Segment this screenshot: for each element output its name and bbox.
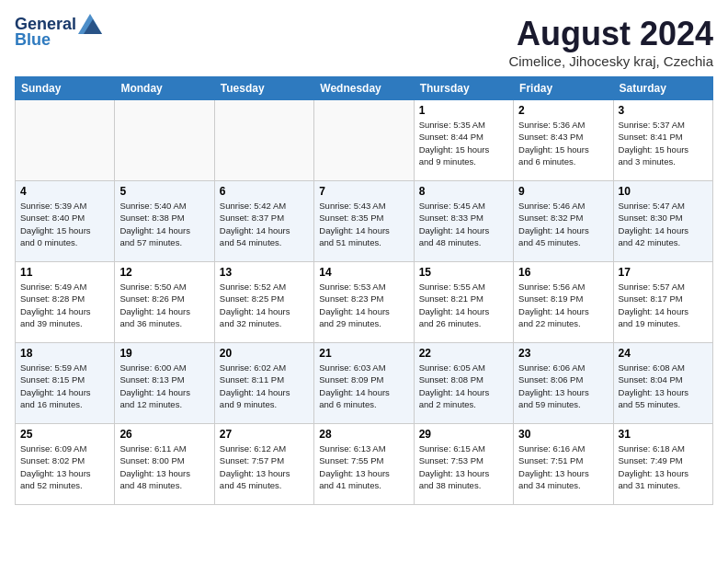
day-info: Sunrise: 6:06 AMSunset: 8:06 PMDaylight:… [518, 362, 608, 410]
calendar-cell: 22Sunrise: 6:05 AMSunset: 8:08 PMDayligh… [414, 343, 513, 424]
day-info: Sunrise: 6:16 AMSunset: 7:51 PMDaylight:… [518, 442, 608, 491]
calendar-cell: 28Sunrise: 6:13 AMSunset: 7:55 PMDayligh… [314, 424, 414, 505]
calendar-cell: 9Sunrise: 5:46 AMSunset: 8:32 PMDaylight… [514, 181, 613, 262]
calendar-cell: 24Sunrise: 6:08 AMSunset: 8:04 PMDayligh… [613, 343, 712, 424]
day-info: Sunrise: 5:49 AMSunset: 8:28 PMDaylight:… [20, 281, 109, 329]
title-area: August 2024 Cimelice, Jihocesky kraj, Cz… [508, 15, 713, 69]
day-number: 7 [319, 185, 408, 198]
logo-icon [78, 14, 102, 34]
day-number: 25 [20, 428, 109, 441]
day-info: Sunrise: 6:18 AMSunset: 7:49 PMDaylight:… [619, 442, 708, 491]
day-number: 15 [419, 266, 508, 279]
calendar-cell [115, 100, 214, 181]
day-info: Sunrise: 6:15 AMSunset: 7:53 PMDaylight:… [419, 442, 508, 491]
day-number: 26 [119, 428, 209, 441]
day-number: 22 [419, 347, 508, 360]
day-info: Sunrise: 6:05 AMSunset: 8:08 PMDaylight:… [419, 362, 508, 410]
calendar-cell: 13Sunrise: 5:52 AMSunset: 8:25 PMDayligh… [214, 262, 313, 343]
month-title: August 2024 [508, 15, 713, 53]
day-number: 1 [419, 104, 508, 117]
day-number: 11 [20, 266, 109, 279]
calendar-cell: 10Sunrise: 5:47 AMSunset: 8:30 PMDayligh… [613, 181, 712, 262]
weekday-header-sunday: Sunday [16, 77, 115, 100]
calendar-cell: 12Sunrise: 5:50 AMSunset: 8:26 PMDayligh… [115, 262, 214, 343]
calendar-cell: 17Sunrise: 5:57 AMSunset: 8:17 PMDayligh… [613, 262, 712, 343]
day-info: Sunrise: 5:50 AMSunset: 8:26 PMDaylight:… [119, 281, 209, 329]
weekday-header-friday: Friday [514, 77, 613, 100]
calendar-cell: 6Sunrise: 5:42 AMSunset: 8:37 PMDaylight… [214, 181, 313, 262]
day-number: 31 [619, 428, 708, 441]
calendar-cell: 3Sunrise: 5:37 AMSunset: 8:41 PMDaylight… [613, 100, 712, 181]
day-number: 3 [619, 104, 708, 117]
day-info: Sunrise: 5:39 AMSunset: 8:40 PMDaylight:… [20, 200, 109, 248]
calendar-cell: 16Sunrise: 5:56 AMSunset: 8:19 PMDayligh… [514, 262, 613, 343]
day-info: Sunrise: 5:59 AMSunset: 8:15 PMDaylight:… [20, 362, 109, 410]
calendar-week-1: 1Sunrise: 5:35 AMSunset: 8:44 PMDaylight… [16, 100, 713, 181]
calendar-cell: 1Sunrise: 5:35 AMSunset: 8:44 PMDaylight… [414, 100, 513, 181]
calendar: SundayMondayTuesdayWednesdayThursdayFrid… [15, 76, 713, 505]
day-number: 13 [220, 266, 309, 279]
calendar-cell: 30Sunrise: 6:16 AMSunset: 7:51 PMDayligh… [514, 424, 613, 505]
calendar-cell: 8Sunrise: 5:45 AMSunset: 8:33 PMDaylight… [414, 181, 513, 262]
day-number: 14 [319, 266, 408, 279]
calendar-cell [214, 100, 313, 181]
day-info: Sunrise: 5:55 AMSunset: 8:21 PMDaylight:… [419, 281, 508, 329]
day-number: 5 [119, 185, 209, 198]
logo-blue-text: Blue [15, 30, 51, 50]
weekday-header-tuesday: Tuesday [214, 77, 313, 100]
calendar-cell: 2Sunrise: 5:36 AMSunset: 8:43 PMDaylight… [514, 100, 613, 181]
day-info: Sunrise: 6:02 AMSunset: 8:11 PMDaylight:… [220, 362, 309, 410]
weekday-header-thursday: Thursday [414, 77, 513, 100]
calendar-cell: 15Sunrise: 5:55 AMSunset: 8:21 PMDayligh… [414, 262, 513, 343]
day-info: Sunrise: 5:56 AMSunset: 8:19 PMDaylight:… [518, 281, 608, 329]
calendar-cell [314, 100, 414, 181]
day-info: Sunrise: 5:45 AMSunset: 8:33 PMDaylight:… [419, 200, 508, 248]
calendar-cell: 14Sunrise: 5:53 AMSunset: 8:23 PMDayligh… [314, 262, 414, 343]
calendar-cell: 31Sunrise: 6:18 AMSunset: 7:49 PMDayligh… [613, 424, 712, 505]
calendar-week-4: 18Sunrise: 5:59 AMSunset: 8:15 PMDayligh… [16, 343, 713, 424]
day-info: Sunrise: 6:08 AMSunset: 8:04 PMDaylight:… [619, 362, 708, 410]
day-number: 10 [619, 185, 708, 198]
day-number: 18 [20, 347, 109, 360]
day-info: Sunrise: 6:09 AMSunset: 8:02 PMDaylight:… [20, 442, 109, 491]
calendar-cell: 29Sunrise: 6:15 AMSunset: 7:53 PMDayligh… [414, 424, 513, 505]
day-info: Sunrise: 5:57 AMSunset: 8:17 PMDaylight:… [619, 281, 708, 329]
day-number: 16 [518, 266, 608, 279]
day-info: Sunrise: 5:40 AMSunset: 8:38 PMDaylight:… [119, 200, 209, 248]
day-info: Sunrise: 6:03 AMSunset: 8:09 PMDaylight:… [319, 362, 408, 410]
calendar-cell: 7Sunrise: 5:43 AMSunset: 8:35 PMDaylight… [314, 181, 414, 262]
calendar-cell: 18Sunrise: 5:59 AMSunset: 8:15 PMDayligh… [16, 343, 115, 424]
day-number: 27 [220, 428, 309, 441]
calendar-cell: 25Sunrise: 6:09 AMSunset: 8:02 PMDayligh… [16, 424, 115, 505]
day-info: Sunrise: 5:37 AMSunset: 8:41 PMDaylight:… [619, 119, 708, 167]
day-number: 6 [220, 185, 309, 198]
calendar-header-row: SundayMondayTuesdayWednesdayThursdayFrid… [16, 77, 713, 100]
day-info: Sunrise: 5:46 AMSunset: 8:32 PMDaylight:… [518, 200, 608, 248]
calendar-cell: 23Sunrise: 6:06 AMSunset: 8:06 PMDayligh… [514, 343, 613, 424]
calendar-week-3: 11Sunrise: 5:49 AMSunset: 8:28 PMDayligh… [16, 262, 713, 343]
day-number: 12 [119, 266, 209, 279]
calendar-week-5: 25Sunrise: 6:09 AMSunset: 8:02 PMDayligh… [16, 424, 713, 505]
calendar-cell: 26Sunrise: 6:11 AMSunset: 8:00 PMDayligh… [115, 424, 214, 505]
calendar-cell: 4Sunrise: 5:39 AMSunset: 8:40 PMDaylight… [16, 181, 115, 262]
day-info: Sunrise: 5:47 AMSunset: 8:30 PMDaylight:… [619, 200, 708, 248]
calendar-cell [16, 100, 115, 181]
calendar-cell: 11Sunrise: 5:49 AMSunset: 8:28 PMDayligh… [16, 262, 115, 343]
day-info: Sunrise: 6:00 AMSunset: 8:13 PMDaylight:… [119, 362, 209, 410]
calendar-cell: 5Sunrise: 5:40 AMSunset: 8:38 PMDaylight… [115, 181, 214, 262]
day-number: 29 [419, 428, 508, 441]
day-info: Sunrise: 5:36 AMSunset: 8:43 PMDaylight:… [518, 119, 608, 167]
day-info: Sunrise: 5:53 AMSunset: 8:23 PMDaylight:… [319, 281, 408, 329]
calendar-cell: 19Sunrise: 6:00 AMSunset: 8:13 PMDayligh… [115, 343, 214, 424]
weekday-header-saturday: Saturday [613, 77, 712, 100]
day-info: Sunrise: 5:35 AMSunset: 8:44 PMDaylight:… [419, 119, 508, 167]
header: General Blue August 2024 Cimelice, Jihoc… [15, 15, 713, 69]
day-info: Sunrise: 6:13 AMSunset: 7:55 PMDaylight:… [319, 442, 408, 491]
day-info: Sunrise: 6:11 AMSunset: 8:00 PMDaylight:… [119, 442, 209, 491]
day-number: 20 [220, 347, 309, 360]
day-number: 2 [518, 104, 608, 117]
calendar-body: 1Sunrise: 5:35 AMSunset: 8:44 PMDaylight… [16, 100, 713, 505]
calendar-cell: 20Sunrise: 6:02 AMSunset: 8:11 PMDayligh… [214, 343, 313, 424]
weekday-header-monday: Monday [115, 77, 214, 100]
day-number: 8 [419, 185, 508, 198]
